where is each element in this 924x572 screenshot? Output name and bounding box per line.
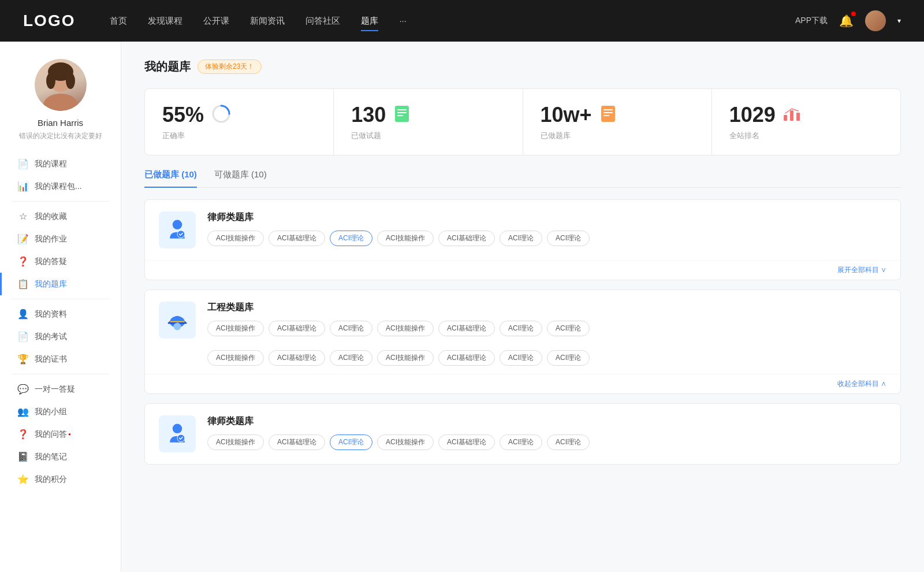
tag-2-4[interactable]: ACI基础理论	[438, 434, 495, 450]
exam-icon: 📄	[17, 331, 29, 342]
tag-1-r2-1[interactable]: ACI基础理论	[269, 350, 325, 366]
points-icon: ⭐	[17, 474, 29, 485]
certificate-icon: 🏆	[17, 354, 29, 365]
sidebar-item-profile[interactable]: 👤 我的资料	[0, 303, 121, 325]
svg-rect-13	[603, 112, 613, 113]
expand-btn-0[interactable]: 展开全部科目 ∨	[145, 260, 900, 280]
tag-0-6[interactable]: ACI理论	[547, 231, 590, 246]
profile-motto: 错误的决定比没有决定要好	[13, 131, 108, 141]
main-content: 我的题库 体验剩余23天！ 55% 正确率	[121, 42, 924, 572]
tag-2-0[interactable]: ACI技能操作	[207, 434, 264, 450]
tag-0-1[interactable]: ACI基础理论	[269, 231, 325, 246]
nav-home[interactable]: 首页	[110, 13, 127, 29]
tag-2-5[interactable]: ACI理论	[500, 434, 542, 450]
stat-accuracy-value: 55%	[162, 103, 204, 127]
svg-rect-15	[784, 115, 787, 121]
tag-1-5[interactable]: ACI理论	[500, 321, 542, 336]
tag-1-r2-6[interactable]: ACI理论	[547, 350, 590, 366]
tag-2-6[interactable]: ACI理论	[547, 434, 590, 450]
tag-0-3[interactable]: ACI技能操作	[377, 231, 434, 246]
stat-done-banks-value: 10w+	[541, 103, 592, 127]
svg-point-4	[66, 73, 75, 89]
qbank-tags-row1-1: ACI技能操作 ACI基础理论 ACI理论 ACI技能操作 ACI基础理论 AC…	[207, 321, 886, 336]
sidebar-item-1to1[interactable]: 💬 一对一答疑	[0, 378, 121, 400]
sidebar-item-my-qa[interactable]: ❓ 我的问答 ●	[0, 423, 121, 445]
profile-name: Brian Harris	[38, 118, 83, 128]
qbank-title-0: 律师类题库	[207, 211, 886, 224]
tag-2-3[interactable]: ACI技能操作	[377, 434, 434, 450]
sidebar-item-certificate[interactable]: 🏆 我的证书	[0, 348, 121, 370]
nav-qa[interactable]: 问答社区	[305, 13, 340, 29]
tag-1-4[interactable]: ACI基础理论	[438, 321, 495, 336]
qbank-tags-row2-1: ACI技能操作 ACI基础理论 ACI理论 ACI技能操作 ACI基础理论 AC…	[145, 350, 900, 374]
qbank-card-2: 律师类题库 ACI技能操作 ACI基础理论 ACI理论 ACI技能操作 ACI基…	[144, 403, 901, 465]
stat-rank-icon	[783, 105, 801, 125]
page-title: 我的题库	[144, 59, 191, 75]
tag-2-2[interactable]: ACI理论	[330, 434, 372, 450]
sidebar-item-course-package[interactable]: 📊 我的课程包...	[0, 175, 121, 198]
logo: LOGO	[23, 12, 75, 30]
user-avatar-nav[interactable]	[865, 10, 886, 31]
tag-1-0[interactable]: ACI技能操作	[207, 321, 264, 336]
stat-rank-label: 全站排名	[729, 131, 883, 141]
stat-rank: 1029 全站排名	[712, 89, 900, 155]
1to1-icon: 💬	[17, 384, 29, 395]
sidebar-item-qbank[interactable]: 📋 我的题库	[0, 273, 121, 295]
sidebar-item-exam[interactable]: 📄 我的考试	[0, 325, 121, 348]
sidebar-item-favorites[interactable]: ☆ 我的收藏	[0, 205, 121, 228]
tag-1-r2-4[interactable]: ACI基础理论	[438, 350, 495, 366]
sidebar-item-notes[interactable]: 📓 我的笔记	[0, 445, 121, 468]
tag-1-r2-0[interactable]: ACI技能操作	[207, 350, 264, 366]
sidebar-item-homework[interactable]: 📝 我的作业	[0, 228, 121, 250]
nav-news[interactable]: 新闻资讯	[250, 13, 285, 29]
page-layout: Brian Harris 错误的决定比没有决定要好 📄 我的课程 📊 我的课程包…	[0, 42, 924, 572]
app-download-button[interactable]: APP下载	[795, 16, 828, 26]
expand-btn-1[interactable]: 收起全部科目 ∧	[145, 374, 900, 393]
nav-qbank[interactable]: 题库	[361, 13, 378, 29]
qbank-tags-0: ACI技能操作 ACI基础理论 ACI理论 ACI技能操作 ACI基础理论 AC…	[207, 231, 886, 246]
favorites-icon: ☆	[17, 211, 29, 222]
qbank-title-1: 工程类题库	[207, 302, 886, 314]
sidebar-item-group[interactable]: 👥 我的小组	[0, 400, 121, 423]
notification-badge	[851, 12, 856, 16]
user-menu-chevron[interactable]: ▾	[897, 17, 901, 25]
my-qa-icon: ❓	[17, 429, 29, 440]
qbank-icon-1	[159, 302, 196, 339]
tag-1-2[interactable]: ACI理论	[330, 321, 372, 336]
tag-0-0[interactable]: ACI技能操作	[207, 231, 264, 246]
tag-0-4[interactable]: ACI基础理论	[438, 231, 495, 246]
svg-rect-17	[796, 113, 800, 121]
tag-1-1[interactable]: ACI基础理论	[269, 321, 325, 336]
tag-1-r2-5[interactable]: ACI理论	[500, 350, 542, 366]
sidebar-item-qa[interactable]: ❓ 我的答疑	[0, 250, 121, 273]
nav-discover[interactable]: 发现课程	[148, 13, 182, 29]
tag-1-r2-3[interactable]: ACI技能操作	[377, 350, 434, 366]
profile-icon: 👤	[17, 309, 29, 320]
tag-2-1[interactable]: ACI基础理论	[269, 434, 325, 450]
navbar: LOGO 首页 发现课程 公开课 新闻资讯 问答社区 题库 ··· APP下载 …	[0, 0, 924, 42]
stat-done-questions: 130 已做试题	[334, 89, 523, 155]
tab-available-banks[interactable]: 可做题库 (10)	[214, 169, 267, 187]
tag-0-2[interactable]: ACI理论	[330, 231, 372, 246]
page-header: 我的题库 体验剩余23天！	[144, 59, 901, 75]
sidebar-item-my-course[interactable]: 📄 我的课程	[0, 153, 121, 175]
tag-0-5[interactable]: ACI理论	[500, 231, 542, 246]
tabs-row: 已做题库 (10) 可做题库 (10)	[144, 169, 901, 188]
tag-1-r2-2[interactable]: ACI理论	[330, 350, 372, 366]
notification-bell[interactable]: 🔔	[839, 14, 854, 28]
tag-1-3[interactable]: ACI技能操作	[377, 321, 434, 336]
tag-1-6[interactable]: ACI理论	[547, 321, 590, 336]
qbank-title-2: 律师类题库	[207, 415, 886, 428]
svg-point-24	[174, 323, 181, 330]
nav-more[interactable]: ···	[399, 13, 407, 29]
tab-done-banks[interactable]: 已做题库 (10)	[144, 169, 197, 187]
svg-rect-7	[395, 106, 409, 122]
stat-done-banks-label: 已做题库	[541, 131, 694, 141]
lawyer-icon-2	[165, 421, 190, 447]
nav-menu: 首页 发现课程 公开课 新闻资讯 问答社区 题库 ···	[110, 13, 795, 29]
nav-opencourse[interactable]: 公开课	[203, 13, 229, 29]
avatar-image	[35, 59, 87, 111]
sidebar-item-points[interactable]: ⭐ 我的积分	[0, 468, 121, 491]
engineer-icon	[165, 307, 190, 333]
svg-rect-10	[397, 115, 403, 116]
